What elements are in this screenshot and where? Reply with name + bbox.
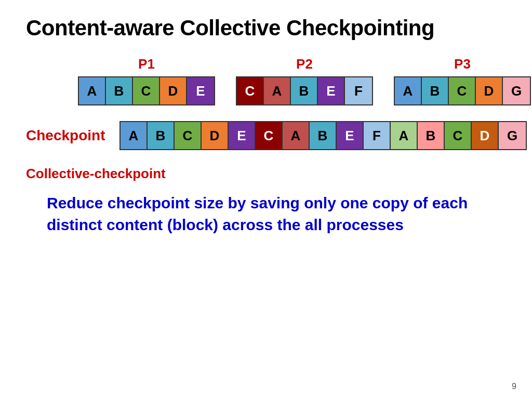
slide: Content-aware Collective Checkpointing P… <box>0 0 532 399</box>
p2-block-f: F <box>345 77 372 104</box>
cp-e2: E <box>337 122 364 149</box>
reduce-text: Reduce checkpoint size by saving only on… <box>47 192 499 236</box>
p1-block-c: C <box>133 77 160 104</box>
p1-block-d: D <box>160 77 187 104</box>
p1-block-e: E <box>187 77 214 104</box>
cp-d2: D <box>472 122 499 149</box>
checkpoint-label: Checkpoint <box>26 127 104 144</box>
checkpoint-blocks: A B C D E C A B E F A B C D G <box>119 121 527 150</box>
p3-block-b: B <box>422 77 449 104</box>
cp-c2: C <box>256 122 283 149</box>
cp-b3: B <box>418 122 445 149</box>
p2-block-b: B <box>291 77 318 104</box>
page-number: 9 <box>512 382 516 391</box>
cp-b2: B <box>310 122 337 149</box>
cp-f1: F <box>364 122 391 149</box>
p2-block-a: A <box>264 77 291 104</box>
p1-label: P1 <box>138 56 155 72</box>
collective-checkpoint-label: Collective-checkpoint <box>26 166 506 182</box>
cp-d1: D <box>202 122 229 149</box>
cp-a2: A <box>283 122 310 149</box>
process-p3: P3 A B C D G <box>394 56 531 105</box>
p3-block-g: G <box>503 77 530 104</box>
p2-block-e: E <box>318 77 345 104</box>
cp-a3: A <box>391 122 418 149</box>
checkpoint-row: Checkpoint A B C D E C A B E F A B C D G <box>26 121 506 150</box>
p1-block-a: A <box>79 77 106 104</box>
p2-label: P2 <box>296 56 313 72</box>
cp-a1: A <box>121 122 148 149</box>
process-p1: P1 A B C D E <box>78 56 215 105</box>
cp-c3: C <box>445 122 472 149</box>
process-p2: P2 C A B E F <box>236 56 373 105</box>
processes-container: P1 A B C D E P2 C A B E F P3 A <box>78 56 506 105</box>
p1-blocks: A B C D E <box>78 76 215 105</box>
cp-g1: G <box>499 122 526 149</box>
cp-e1: E <box>229 122 256 149</box>
p3-block-d: D <box>476 77 503 104</box>
p1-block-b: B <box>106 77 133 104</box>
p3-block-c: C <box>449 77 476 104</box>
p3-blocks: A B C D G <box>394 76 531 105</box>
p3-label: P3 <box>454 56 471 72</box>
p2-block-c: C <box>237 77 264 104</box>
p3-block-a: A <box>395 77 422 104</box>
p2-blocks: C A B E F <box>236 76 373 105</box>
cp-c1: C <box>175 122 202 149</box>
cp-b1: B <box>148 122 175 149</box>
slide-title: Content-aware Collective Checkpointing <box>26 16 506 41</box>
